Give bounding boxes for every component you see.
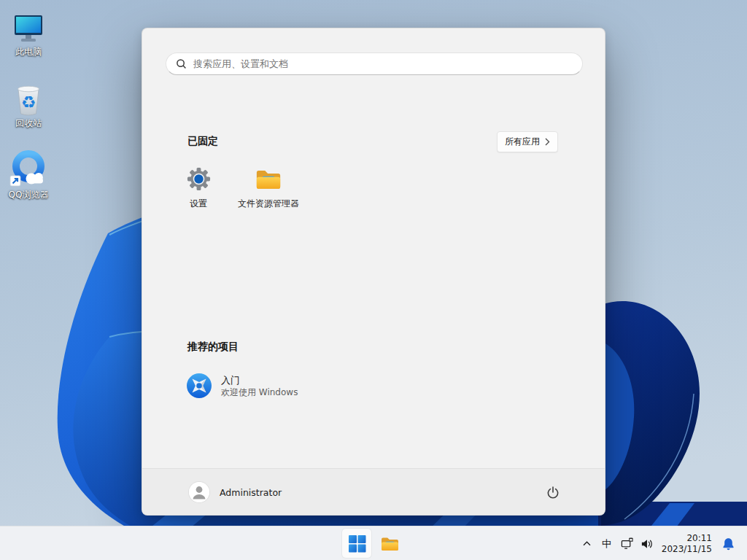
start-menu-user-bar: Administrator xyxy=(142,468,605,515)
taskbar-center-buttons xyxy=(342,529,404,558)
network-button[interactable] xyxy=(617,530,637,558)
system-tray: 中 xyxy=(578,526,747,560)
user-name: Administrator xyxy=(220,487,282,498)
desktop-icon-list: 此电脑 ♻ 回收站 xyxy=(1,3,56,200)
pinned-app-file-explorer[interactable]: 文件资源管理器 xyxy=(233,158,303,219)
pinned-app-label: 设置 xyxy=(190,198,207,210)
recommended-item-subtitle: 欢迎使用 Windows xyxy=(221,386,298,398)
qq-browser-icon xyxy=(9,150,48,188)
recycle-bin-icon: ♻ xyxy=(11,79,46,117)
ime-label: 中 xyxy=(602,537,612,551)
pinned-section-title: 已固定 xyxy=(187,135,218,148)
svg-text:♻: ♻ xyxy=(21,93,36,112)
recommended-item-get-started[interactable]: 入门 欢迎使用 Windows xyxy=(177,365,403,406)
desktop-icon-qq-browser[interactable]: QQ浏览器 xyxy=(1,146,56,200)
ime-indicator[interactable]: 中 xyxy=(597,530,617,558)
pinned-app-settings[interactable]: 设置 xyxy=(163,158,233,219)
recommended-item-title: 入门 xyxy=(221,374,298,386)
search-box[interactable] xyxy=(166,52,583,75)
start-menu: 已固定 所有应用 xyxy=(142,28,605,516)
recommended-section-title: 推荐的项目 xyxy=(187,341,239,354)
pinned-app-label: 文件资源管理器 xyxy=(238,198,299,210)
network-ethernet-icon xyxy=(621,537,633,550)
desktop-icon-label: 回收站 xyxy=(15,118,42,128)
search-icon xyxy=(176,58,187,69)
all-apps-label: 所有应用 xyxy=(505,136,540,148)
start-button[interactable] xyxy=(342,529,371,558)
chevron-up-icon xyxy=(582,540,592,547)
tray-show-hidden-icons-button[interactable] xyxy=(578,530,597,558)
taskbar: 中 xyxy=(0,526,747,560)
settings-icon xyxy=(187,167,211,191)
desktop-icon-recycle-bin[interactable]: ♻ 回收站 xyxy=(1,74,56,128)
desktop-icon-label: 此电脑 xyxy=(15,47,42,57)
taskbar-file-explorer-button[interactable] xyxy=(375,529,404,558)
this-pc-icon xyxy=(11,7,46,45)
user-account-button[interactable]: Administrator xyxy=(189,482,282,502)
windows-logo-icon xyxy=(348,534,366,553)
desktop-icon-label: QQ浏览器 xyxy=(9,190,49,200)
desktop-icon-this-pc[interactable]: 此电脑 xyxy=(1,3,56,57)
volume-button[interactable] xyxy=(637,530,657,558)
power-icon xyxy=(546,486,560,499)
get-started-icon xyxy=(186,373,212,399)
clock[interactable]: 20:11 2023/11/15 xyxy=(662,533,712,555)
recommended-item-text: 入门 欢迎使用 Windows xyxy=(221,374,298,398)
search-input[interactable] xyxy=(193,58,573,69)
avatar xyxy=(189,482,209,502)
file-explorer-icon xyxy=(380,535,400,552)
pinned-grid: 设置 文件资源管理器 xyxy=(163,158,303,219)
clock-date: 2023/11/15 xyxy=(662,544,712,555)
speaker-icon xyxy=(640,538,653,550)
chevron-right-icon xyxy=(545,138,550,146)
notification-bell-button[interactable] xyxy=(719,530,738,558)
clock-time: 20:11 xyxy=(662,533,712,544)
desktop: 此电脑 ♻ 回收站 xyxy=(0,0,747,560)
all-apps-button[interactable]: 所有应用 xyxy=(497,131,558,152)
file-explorer-icon xyxy=(255,167,282,191)
power-button[interactable] xyxy=(539,478,567,506)
notification-bell-icon xyxy=(722,537,735,551)
